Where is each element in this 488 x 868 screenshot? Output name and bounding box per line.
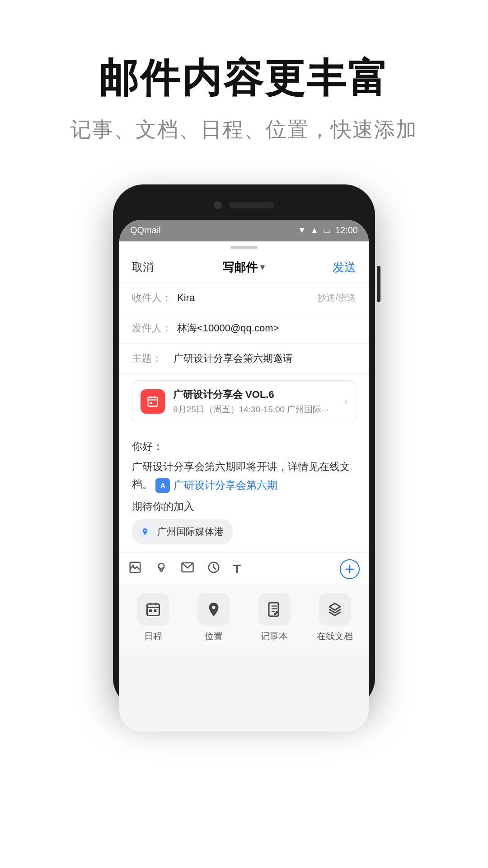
phone-screen: QQmail ▼ ▲ ▭ 12:00 取消 写邮件 <box>119 220 369 731</box>
toolbar-icons: T <box>128 561 241 577</box>
doc-icon: A <box>155 478 170 493</box>
phone-wrapper: QQmail ▼ ▲ ▭ 12:00 取消 写邮件 <box>0 184 488 709</box>
svg-rect-4 <box>150 402 152 404</box>
svg-rect-16 <box>154 609 157 612</box>
compose-header: 取消 写邮件 ▾ 发送 <box>119 251 369 283</box>
doc-link[interactable]: 广研设计分享会第六期 <box>174 476 277 494</box>
phone-right-button <box>377 266 380 302</box>
status-time: 12:00 <box>335 225 358 236</box>
calendar-info: 广研设计分享会 VOL.6 9月25日（周五）14:30-15:00 广州国际·… <box>173 388 336 415</box>
clock-icon[interactable] <box>207 561 221 577</box>
svg-rect-15 <box>149 609 152 612</box>
location-action-icon <box>197 593 230 626</box>
compose-area: 取消 写邮件 ▾ 发送 收件人： Kira 抄送/密送 发件人： 林海<10 <box>119 251 369 552</box>
location-chip[interactable]: 广州国际媒体港 <box>132 519 233 544</box>
calendar-icon <box>141 389 165 414</box>
from-field-row: 发件人： 林海<10000@qq.com> <box>119 313 369 344</box>
body-closing: 期待你的加入 <box>132 498 356 515</box>
bottom-actions: 日程 位置 <box>119 584 369 650</box>
subject-label: 主题： <box>132 352 168 365</box>
phone-notch <box>119 191 369 220</box>
action-note[interactable]: 记事本 <box>245 593 304 642</box>
drag-indicator <box>119 241 369 251</box>
action-location[interactable]: 位置 <box>184 593 243 642</box>
cancel-button[interactable]: 取消 <box>132 260 154 274</box>
email-icon[interactable] <box>181 561 194 577</box>
subject-value[interactable]: 广研设计分享会第六期邀请 <box>174 352 356 365</box>
plus-button[interactable] <box>340 559 360 579</box>
inline-doc[interactable]: A 广研设计分享会第六期 <box>155 476 277 494</box>
camera-dot <box>214 201 222 209</box>
svg-rect-17 <box>269 603 278 616</box>
online-doc-action-icon <box>319 593 351 626</box>
body-greeting: 你好： <box>132 438 356 455</box>
phone-outer: QQmail ▼ ▲ ▭ 12:00 取消 写邮件 <box>113 184 375 709</box>
action-online-doc[interactable]: 在线文档 <box>305 593 364 642</box>
status-icons: ▼ ▲ ▭ 12:00 <box>298 225 358 236</box>
subject-field-row: 主题： 广研设计分享会第六期邀请 <box>119 344 369 374</box>
toolbar: T <box>119 552 369 584</box>
from-label: 发件人： <box>132 321 172 335</box>
wifi-icon: ▼ <box>298 226 306 235</box>
status-bar: QQmail ▼ ▲ ▭ 12:00 <box>119 220 369 241</box>
to-field-row: 收件人： Kira 抄送/密送 <box>119 283 369 313</box>
image-icon[interactable] <box>128 561 142 577</box>
online-doc-action-label: 在线文档 <box>317 630 353 642</box>
compose-title: 写邮件 ▾ <box>222 259 264 275</box>
hero-title: 邮件内容更丰富 <box>0 54 488 102</box>
location-icon <box>137 524 153 539</box>
cc-bcc-label[interactable]: 抄送/密送 <box>317 292 356 304</box>
from-value[interactable]: 林海<10000@qq.com> <box>177 321 356 335</box>
send-button[interactable]: 发送 <box>333 259 356 275</box>
calendar-detail: 9月25日（周五）14:30-15:00 广州国际··· <box>173 404 336 415</box>
location-area: 广州国际媒体港 <box>132 515 356 548</box>
signal-icon: ▲ <box>310 226 319 235</box>
calendar-title: 广研设计分享会 VOL.6 <box>173 388 336 401</box>
to-label: 收件人： <box>132 291 172 305</box>
hero-subtitle: 记事、文档、日程、位置，快速添加 <box>0 116 488 144</box>
attach-icon[interactable] <box>155 561 168 577</box>
calendar-action-label: 日程 <box>144 630 162 642</box>
svg-rect-0 <box>148 397 158 406</box>
action-calendar[interactable]: 日程 <box>124 593 183 642</box>
location-text: 广州国际媒体港 <box>157 524 224 540</box>
text-format-icon[interactable]: T <box>233 562 241 576</box>
drag-bar <box>230 246 258 249</box>
calendar-arrow-icon: › <box>344 396 347 407</box>
note-action-icon <box>258 593 291 626</box>
to-value[interactable]: Kira <box>177 292 312 304</box>
speaker-bar <box>229 202 274 208</box>
hero-section: 邮件内容更丰富 记事、文档、日程、位置，快速添加 <box>0 0 488 171</box>
calendar-action-icon <box>137 593 169 626</box>
note-action-label: 记事本 <box>261 630 288 642</box>
app-name: QQmail <box>130 225 161 236</box>
compose-title-arrow: ▾ <box>260 262 264 272</box>
body-text: 广研设计分享会第六期即将开讲，详情见在线文档。 A 广研设计分享会第六期 <box>132 458 356 494</box>
email-body[interactable]: 你好： 广研设计分享会第六期即将开讲，详情见在线文档。 A 广研设计分享会第六期… <box>119 429 369 552</box>
battery-icon: ▭ <box>323 226 331 236</box>
location-action-label: 位置 <box>205 630 223 642</box>
svg-rect-11 <box>147 604 160 616</box>
calendar-card[interactable]: 广研设计分享会 VOL.6 9月25日（周五）14:30-15:00 广州国际·… <box>132 380 356 423</box>
